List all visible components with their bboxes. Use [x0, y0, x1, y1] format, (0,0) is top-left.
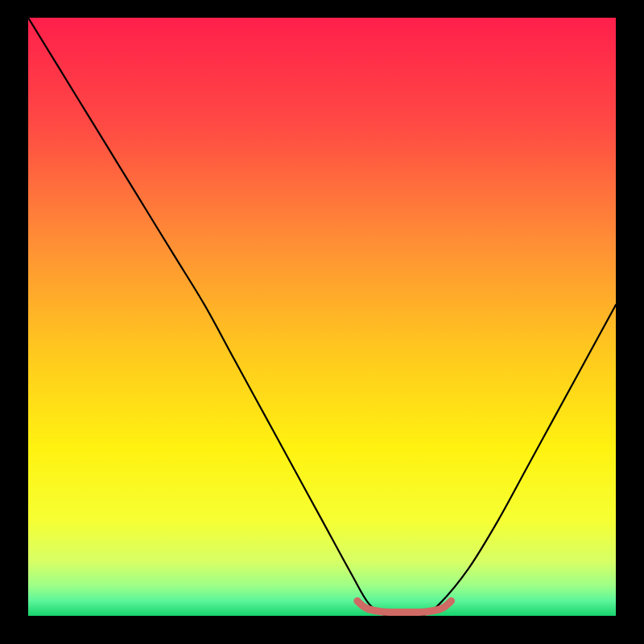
- chart-frame: TheBottleneck.com: [18, 18, 626, 626]
- bottleneck-chart: [28, 18, 616, 616]
- chart-plot-area: [28, 18, 616, 616]
- gradient-background: [28, 18, 616, 616]
